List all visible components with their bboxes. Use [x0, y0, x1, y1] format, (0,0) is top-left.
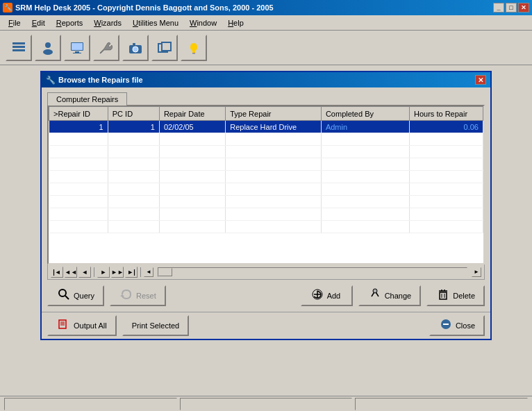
change-button[interactable]: Change: [358, 285, 422, 306]
dialog-title-text: Browse the Repairs file: [58, 76, 143, 84]
table-row-empty: [49, 221, 483, 233]
tab-computer-repairs[interactable]: Computer Repairs: [47, 92, 127, 106]
computer-toolbar-button[interactable]: [64, 35, 90, 61]
svg-rect-2: [13, 49, 25, 51]
svg-rect-11: [133, 43, 135, 45]
cell-pc_id: 1: [108, 121, 159, 133]
col-repair-id: Repair ID: [49, 107, 108, 121]
svg-marker-17: [120, 294, 124, 296]
window-toolbar-button[interactable]: [151, 35, 178, 61]
svg-point-3: [45, 42, 51, 48]
repairs-table-container: Repair ID PC ID Repair Date Type Repair …: [47, 105, 485, 265]
delete-button[interactable]: Delete: [426, 285, 485, 306]
svg-rect-6: [72, 43, 83, 50]
table-row[interactable]: 1102/02/05Replace Hard DriveAdmin0.06: [49, 121, 483, 133]
query-button[interactable]: Query: [47, 285, 104, 306]
query-icon: [57, 288, 71, 303]
browse-repairs-dialog: 🔧 Browse the Repairs file ✕ Computer Rep…: [40, 71, 492, 340]
svg-rect-28: [59, 320, 66, 328]
repairs-table: Repair ID PC ID Repair Date Type Repair …: [49, 106, 483, 233]
cell-type_repair: Replace Hard Drive: [226, 121, 322, 133]
camera-toolbar-button[interactable]: [122, 35, 149, 61]
dialog-close-button[interactable]: ✕: [475, 75, 486, 85]
cell-completed_by: Admin: [321, 121, 409, 133]
list-toolbar-button[interactable]: [6, 35, 32, 61]
close-dialog-icon: [439, 318, 453, 333]
table-row-empty: [49, 208, 483, 221]
reset-button[interactable]: Reset: [110, 285, 166, 306]
nav-prev-button[interactable]: ◄: [78, 267, 91, 278]
svg-point-4: [43, 49, 53, 55]
status-panel-1: [4, 398, 177, 410]
nav-next-button[interactable]: ►: [97, 267, 110, 278]
status-bar: [0, 396, 532, 411]
reset-icon: [119, 288, 133, 303]
bottom-buttons-row: Output All Print Selected Close: [42, 312, 490, 339]
nav-prev-prev-button[interactable]: ◄◄: [65, 267, 77, 278]
menu-bar: File Edit Reports Wizards Utilities Menu…: [0, 15, 532, 31]
main-content: 🔧 Browse the Repairs file ✕ Computer Rep…: [0, 65, 532, 411]
output-all-button[interactable]: Output All: [47, 315, 117, 336]
status-panel-3: [355, 398, 528, 410]
horizontal-scrollbar[interactable]: [158, 267, 467, 277]
close-window-button[interactable]: ✕: [518, 3, 529, 12]
svg-line-16: [65, 296, 69, 299]
cell-repair_id: 1: [49, 121, 108, 133]
person-toolbar-button[interactable]: [35, 35, 61, 61]
tools-toolbar-button[interactable]: [93, 35, 119, 61]
nav-last-button[interactable]: ►|: [125, 267, 138, 278]
print-selected-button[interactable]: Print Selected: [122, 315, 189, 336]
menu-help[interactable]: Help: [222, 17, 249, 28]
menu-reports[interactable]: Reports: [51, 17, 89, 28]
table-row-empty: [49, 133, 483, 146]
svg-rect-13: [162, 42, 171, 51]
svg-point-21: [373, 289, 377, 293]
menu-edit[interactable]: Edit: [26, 17, 51, 28]
toolbar: [0, 31, 532, 65]
scroll-left-button[interactable]: ◄: [144, 267, 153, 277]
menu-window[interactable]: Window: [184, 17, 222, 28]
menu-utilities[interactable]: Utilities Menu: [127, 17, 184, 28]
minimize-button[interactable]: _: [493, 3, 504, 12]
change-icon: [368, 288, 382, 303]
svg-rect-0: [13, 42, 25, 44]
scroll-thumb[interactable]: [158, 268, 172, 276]
col-hours: Hours to Repair: [410, 107, 483, 121]
tab-bar: Computer Repairs: [42, 87, 490, 105]
nav-next-next-button[interactable]: ►►: [111, 267, 124, 278]
scroll-right-button[interactable]: ►: [472, 267, 481, 277]
table-row-empty: [49, 196, 483, 208]
add-icon: [310, 288, 324, 303]
menu-file[interactable]: File: [3, 17, 26, 28]
col-pc-id: PC ID: [108, 107, 159, 121]
svg-rect-1: [13, 46, 25, 48]
table-row-empty: [49, 171, 483, 183]
maximize-button[interactable]: □: [506, 3, 517, 12]
bulb-toolbar-button[interactable]: [181, 35, 207, 61]
title-controls: _ □ ✕: [493, 3, 529, 12]
dialog-app-icon: 🔧: [46, 76, 56, 85]
close-dialog-button[interactable]: Close: [429, 315, 485, 336]
action-buttons-row: Query Reset Add: [42, 280, 490, 312]
svg-point-15: [59, 290, 66, 296]
output-all-icon: [57, 319, 71, 333]
navigation-bar: |◄ ◄◄ ◄ ► ►► ►| ◄ ►: [47, 265, 485, 280]
dialog-title-bar: 🔧 Browse the Repairs file ✕: [42, 72, 490, 87]
title-bar: 🔧 SRM Help Desk 2005 - Copyright Dennis …: [0, 0, 532, 15]
svg-rect-22: [440, 292, 447, 299]
svg-rect-14: [192, 53, 195, 54]
svg-rect-8: [73, 53, 81, 53]
col-repair-date: Repair Date: [159, 107, 225, 121]
svg-point-10: [133, 47, 138, 52]
col-completed-by: Completed By: [321, 107, 409, 121]
add-button[interactable]: Add: [301, 285, 353, 306]
menu-wizards[interactable]: Wizards: [88, 17, 127, 28]
table-row-empty: [49, 146, 483, 158]
delete-icon: [436, 288, 450, 303]
nav-first-button[interactable]: |◄: [51, 267, 63, 278]
table-row-empty: [49, 183, 483, 196]
cell-hours_to_repair: 0.06: [410, 121, 483, 133]
window-title: SRM Help Desk 2005 - Copyright Dennis Ba…: [15, 3, 274, 12]
svg-rect-7: [75, 51, 79, 53]
table-row-empty: [49, 158, 483, 171]
